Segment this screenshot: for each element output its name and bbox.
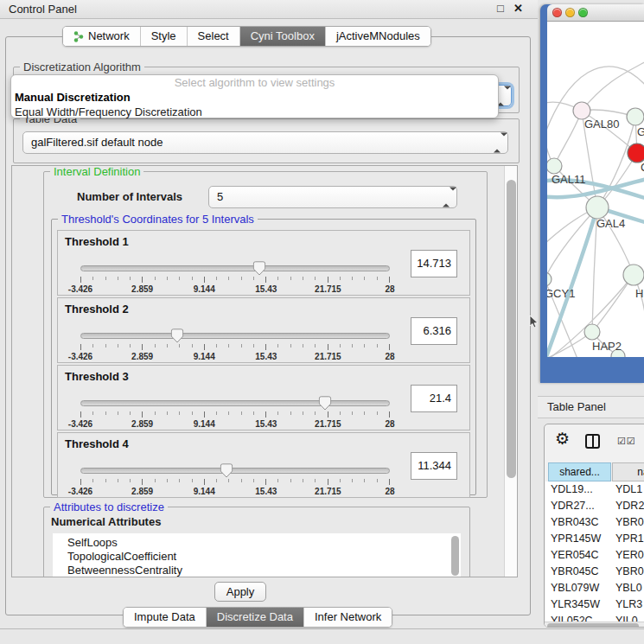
threshold-slider[interactable]: -3.426 2.859 9.144 15.43 21.715 28 bbox=[80, 468, 390, 474]
table-row[interactable]: YBR043CYBR0 bbox=[545, 514, 644, 531]
table-body: YDL19...YDL1 YDR27...YDR2 YBR043CYBR0 YP… bbox=[545, 481, 644, 628]
minimize-window-icon[interactable] bbox=[565, 8, 575, 17]
tick-label: 28 bbox=[385, 284, 394, 294]
slider-track[interactable] bbox=[80, 333, 390, 339]
bottom-tab-bar: Impute Data Discretize Data Infer Networ… bbox=[123, 607, 392, 628]
network-view-window[interactable]: GAL80 GA C GAL11 GAL4 GCY1 H HAP2 bbox=[540, 4, 644, 383]
tab-select[interactable]: Select bbox=[187, 27, 239, 46]
tick-label: 21.715 bbox=[315, 352, 341, 361]
scrollbar-thumb[interactable] bbox=[507, 180, 516, 478]
table-row[interactable]: YER054CYER0 bbox=[545, 547, 644, 564]
popup-option-equal-width-frequency[interactable]: Equal Width/Frequency Discretization bbox=[11, 105, 498, 119]
tab-cyni-toolbox[interactable]: Cyni Toolbox bbox=[239, 27, 325, 46]
list-scrollbar-thumb[interactable] bbox=[451, 536, 459, 576]
apply-button[interactable]: Apply bbox=[214, 582, 266, 602]
table-panel-header: Table Panel bbox=[538, 396, 644, 418]
threshold-slider-handle[interactable] bbox=[319, 396, 332, 411]
tab-label: Cyni Toolbox bbox=[251, 27, 315, 46]
close-window-icon[interactable] bbox=[552, 8, 562, 17]
threshold-value-field[interactable]: 14.713 bbox=[411, 250, 457, 277]
zoom-window-icon[interactable] bbox=[578, 8, 588, 17]
popup-option-manual-discretization[interactable]: Manual Discretization bbox=[11, 90, 498, 105]
threshold-slider-handle[interactable] bbox=[220, 463, 233, 478]
slider-track[interactable] bbox=[80, 468, 390, 474]
tab-impute-data[interactable]: Impute Data bbox=[124, 608, 206, 627]
node-gal4[interactable] bbox=[586, 196, 609, 219]
tab-discretize-data[interactable]: Discretize Data bbox=[206, 608, 303, 627]
threshold-value-field[interactable]: 6.316 bbox=[411, 317, 457, 345]
gear-icon[interactable]: ⚙ bbox=[555, 430, 570, 448]
tab-label: Select bbox=[198, 27, 229, 46]
network-canvas[interactable]: GAL80 GA C GAL11 GAL4 GCY1 H HAP2 bbox=[547, 22, 644, 357]
slider-track[interactable] bbox=[80, 400, 390, 406]
cell: YBR0 bbox=[615, 564, 644, 580]
column-layout-icon[interactable] bbox=[585, 434, 600, 449]
tab-network[interactable]: Network bbox=[63, 27, 140, 46]
select-columns-icon[interactable]: ☑☑ bbox=[617, 436, 636, 447]
tab-style[interactable]: Style bbox=[140, 27, 187, 46]
node-gcy1[interactable] bbox=[547, 272, 552, 286]
table-row[interactable]: YDL19...YDL1 bbox=[545, 481, 644, 498]
table-row[interactable]: YLR345WYLR3 bbox=[545, 596, 644, 613]
list-item[interactable]: TopologicalCoefficient bbox=[53, 550, 461, 564]
tab-infer-network[interactable]: Infer Network bbox=[303, 608, 392, 627]
num-intervals-combobox[interactable]: 5 bbox=[208, 186, 457, 208]
threshold-slider[interactable]: -3.426 2.859 9.144 15.43 21.715 28 bbox=[80, 333, 390, 339]
threshold-slider-handle[interactable] bbox=[171, 328, 184, 343]
table-data-combobox[interactable]: galFiltered.sif default node bbox=[22, 131, 508, 154]
tab-label: Style bbox=[151, 27, 176, 46]
node-red-selected[interactable] bbox=[628, 143, 644, 163]
close-panel-icon[interactable]: ✕ bbox=[513, 2, 523, 15]
list-item[interactable]: BetweennessCentrality bbox=[53, 564, 461, 577]
cyni-toolbox-panel: Discretization Algorithm Table Data galF… bbox=[5, 36, 531, 615]
column-header-shared-name[interactable]: shared... bbox=[548, 462, 611, 481]
cell: YDR2 bbox=[615, 498, 644, 514]
threshold-value-field[interactable]: 11.344 bbox=[411, 452, 457, 480]
float-window-icon[interactable]: □ bbox=[497, 2, 504, 15]
network-window-titlebar[interactable] bbox=[547, 4, 644, 22]
slider-ticks-major bbox=[80, 479, 391, 485]
threshold-label: Threshold 1 bbox=[65, 235, 129, 248]
top-tab-bar: Network Style Select Cyni Toolbox jActiv… bbox=[62, 26, 431, 47]
slider-ticks-major bbox=[80, 277, 391, 283]
node-h[interactable] bbox=[623, 265, 644, 285]
table-row[interactable]: YDR27...YDR2 bbox=[545, 498, 644, 514]
combo-arrows-icon bbox=[443, 191, 450, 204]
control-panel-titlebar: Control Panel □ ✕ bbox=[0, 0, 538, 19]
thresholds-group: Threshold's Coordinates for 5 Intervals … bbox=[51, 219, 476, 495]
slider-ticks-major bbox=[80, 344, 391, 350]
node-partial-ga[interactable] bbox=[627, 108, 644, 125]
tab-label: Infer Network bbox=[315, 608, 381, 627]
num-intervals-label: Number of Intervals bbox=[77, 190, 182, 203]
mouse-cursor bbox=[529, 315, 539, 328]
threshold-slider[interactable]: -3.426 2.859 9.144 15.43 21.715 28 bbox=[80, 400, 390, 406]
threshold-slider-handle[interactable] bbox=[253, 261, 266, 276]
threshold-value-field[interactable]: 21.4 bbox=[411, 385, 457, 412]
discretization-algorithm-group-title: Discretization Algorithm bbox=[20, 61, 144, 73]
tick-label: 15.43 bbox=[255, 487, 277, 496]
popup-placeholder-option[interactable]: Select algorithm to view settings bbox=[11, 75, 498, 90]
threshold-2-panel: Threshold 2 -3.426 2.859 bbox=[57, 297, 470, 363]
table-row[interactable]: YBL079WYBL0 bbox=[545, 580, 644, 596]
right-panel: GAL80 GA C GAL11 GAL4 GCY1 H HAP2 Table … bbox=[538, 0, 644, 644]
tick-label: 2.859 bbox=[131, 419, 153, 429]
cell: YER0 bbox=[615, 547, 644, 564]
tick-label: 9.144 bbox=[194, 419, 215, 429]
threshold-slider[interactable]: -3.426 2.859 9.144 15.43 21.715 28 bbox=[80, 265, 390, 271]
table-horizontal-scrollbar[interactable] bbox=[545, 622, 644, 628]
node-gal11[interactable] bbox=[547, 158, 562, 174]
list-item[interactable]: SelfLoops bbox=[53, 533, 461, 550]
table-row[interactable]: YBR045CYBR0 bbox=[545, 564, 644, 580]
slider-tick-labels: -3.426 2.859 9.144 15.43 21.715 28 bbox=[80, 284, 390, 295]
table-row[interactable]: YPR145WYPR1 bbox=[545, 531, 644, 547]
node-gal80[interactable] bbox=[573, 102, 590, 119]
tick-label: -3.426 bbox=[68, 284, 92, 294]
slider-track[interactable] bbox=[80, 265, 390, 271]
column-header-name[interactable]: na bbox=[612, 462, 644, 481]
main-vertical-scrollbar[interactable] bbox=[504, 166, 517, 577]
tab-jactivemnodules[interactable]: jActiveMNodules bbox=[325, 27, 430, 46]
algorithm-dropdown-popup: Select algorithm to view settings Manual… bbox=[10, 74, 499, 118]
panel-title: Control Panel bbox=[9, 3, 77, 16]
scrollbar-thumb[interactable] bbox=[547, 623, 639, 628]
node-hap2[interactable] bbox=[584, 324, 600, 340]
